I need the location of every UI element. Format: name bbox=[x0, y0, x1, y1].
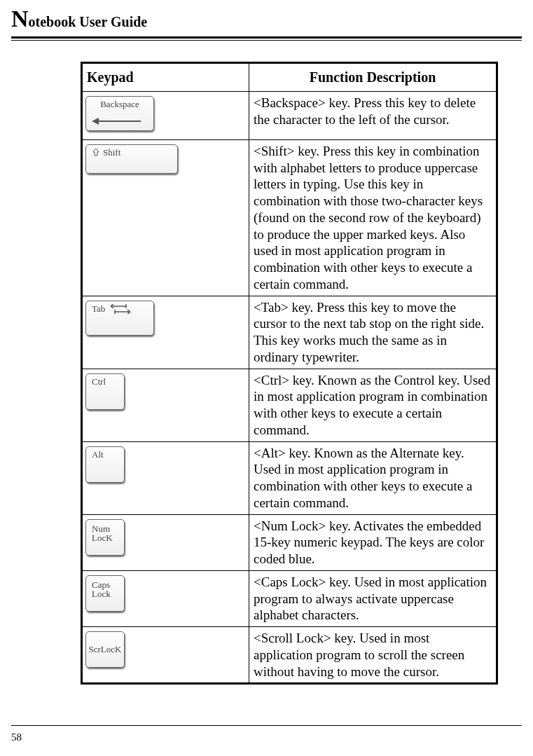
header-rule-thick bbox=[11, 36, 522, 39]
numlock-key-icon: Num LocK bbox=[85, 519, 125, 556]
title-rest: otebook User Guide bbox=[29, 14, 148, 29]
keycap-label: Alt bbox=[92, 450, 104, 460]
table-header-keypad: Keypad bbox=[82, 63, 249, 92]
table-row: Backspace <Backspace> key. Press this ke… bbox=[82, 92, 497, 140]
table-row: Alt <Alt> key. Known as the Alternate ke… bbox=[82, 441, 497, 514]
keycap-label: Ctrl bbox=[92, 377, 106, 387]
shift-arrow-icon bbox=[92, 148, 100, 158]
backspace-key-icon: Backspace bbox=[85, 96, 154, 131]
footer-rule bbox=[11, 725, 522, 727]
page-number: 58 bbox=[11, 731, 522, 743]
shift-key-icon: Shift bbox=[85, 144, 178, 174]
page-header: Notebook User Guide bbox=[0, 0, 533, 35]
content-area: Keypad Function Description Backspace <B… bbox=[81, 62, 498, 685]
table-row: Num LocK <Num Lock> key. Activates the e… bbox=[82, 514, 497, 570]
page-title: Notebook User Guide bbox=[11, 6, 522, 32]
keypad-table: Keypad Function Description Backspace <B… bbox=[81, 62, 498, 685]
keycap-label: Backspace bbox=[100, 99, 139, 109]
alt-key-icon: Alt bbox=[85, 446, 125, 483]
keycap-label: Caps Lock bbox=[92, 580, 111, 599]
scrlock-key-icon: ScrLocK bbox=[85, 631, 125, 668]
keycap-label: Tab bbox=[92, 304, 130, 316]
desc-cell: <Num Lock> key. Activates the embedded 1… bbox=[249, 514, 497, 570]
desc-cell: <Backspace> key. Press this key to delet… bbox=[249, 92, 497, 140]
table-row: Tab bbox=[82, 296, 497, 369]
desc-cell: <Caps Lock> key. Used in most applicatio… bbox=[249, 570, 497, 626]
capslock-key-icon: Caps Lock bbox=[85, 575, 125, 612]
desc-cell: <Shift> key. Press this key in combinati… bbox=[249, 139, 497, 296]
keycap-label: ScrLocK bbox=[89, 645, 122, 654]
title-initial: N bbox=[11, 6, 29, 32]
page-footer: 58 bbox=[11, 725, 522, 744]
desc-cell: <Tab> key. Press this key to move the cu… bbox=[249, 296, 497, 369]
table-header-desc: Function Description bbox=[249, 63, 497, 92]
ctrl-key-icon: Ctrl bbox=[85, 373, 125, 410]
desc-cell: <Scroll Lock> key. Used in most applicat… bbox=[249, 627, 497, 684]
keycap-label: Shift bbox=[92, 148, 120, 158]
arrow-left-icon bbox=[93, 121, 141, 122]
table-row: Caps Lock <Caps Lock> key. Used in most … bbox=[82, 570, 497, 626]
keycap-label: Num LocK bbox=[92, 524, 113, 543]
table-row: Ctrl <Ctrl> key. Known as the Control ke… bbox=[82, 369, 497, 441]
tab-arrows-icon bbox=[111, 304, 130, 316]
tab-key-icon: Tab bbox=[85, 301, 154, 336]
table-row: ScrLocK <Scroll Lock> key. Used in most … bbox=[82, 627, 497, 684]
header-rule-thin bbox=[11, 40, 522, 41]
desc-cell: <Alt> key. Known as the Alternate key. U… bbox=[249, 441, 497, 514]
desc-cell: <Ctrl> key. Known as the Control key. Us… bbox=[249, 369, 497, 441]
table-row: Shift <Shift> key. Press this key in com… bbox=[82, 139, 497, 296]
